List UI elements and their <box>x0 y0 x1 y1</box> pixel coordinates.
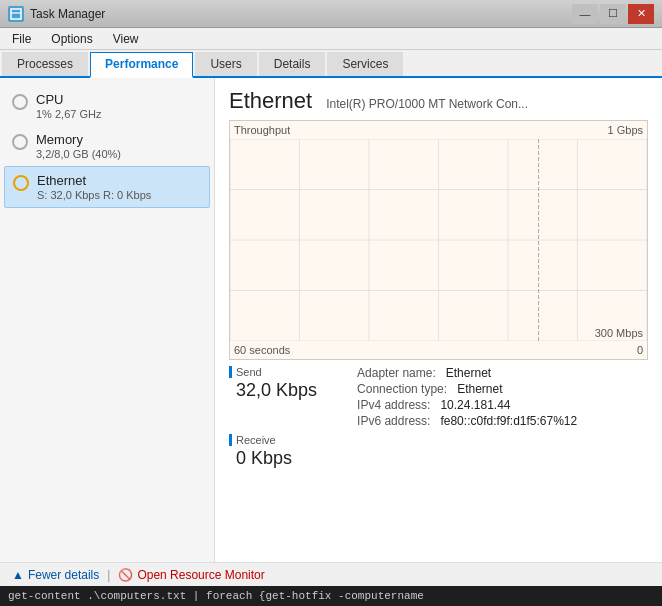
open-monitor-label: Open Resource Monitor <box>137 568 264 582</box>
main-content: CPU 1% 2,67 GHz Memory 3,2/8,0 GB (40%) … <box>0 78 662 562</box>
sidebar-item-ethernet[interactable]: Ethernet S: 32,0 Kbps R: 0 Kbps <box>4 166 210 208</box>
receive-label: Receive <box>229 434 648 446</box>
fewer-details-label: Fewer details <box>28 568 99 582</box>
monitor-icon: 🚫 <box>118 568 133 582</box>
chart-gbps-label: 1 Gbps <box>608 124 643 136</box>
title-bar-left: Task Manager <box>8 6 105 22</box>
ethernet-circle-icon <box>13 175 29 191</box>
chevron-up-icon: ▲ <box>12 568 24 582</box>
info-connection-row: Connection type: Ethernet <box>357 382 577 396</box>
menu-file[interactable]: File <box>4 30 39 48</box>
cpu-circle-icon <box>12 94 28 110</box>
connection-type-value: Ethernet <box>457 382 502 396</box>
info-section: Adapter name: Ethernet Connection type: … <box>357 366 577 428</box>
stats-row: Send 32,0 Kbps Adapter name: Ethernet Co… <box>229 366 648 428</box>
adapter-name-label: Adapter name: <box>357 366 436 380</box>
cpu-stats: 1% 2,67 GHz <box>36 108 101 120</box>
receive-stat: Receive 0 Kbps <box>229 434 648 469</box>
svg-rect-0 <box>11 9 21 19</box>
ethernet-label: Ethernet <box>37 173 151 188</box>
fewer-details-button[interactable]: ▲ Fewer details <box>12 568 99 582</box>
memory-stats: 3,2/8,0 GB (40%) <box>36 148 121 160</box>
tab-performance[interactable]: Performance <box>90 52 193 78</box>
tab-processes[interactable]: Processes <box>2 52 88 76</box>
send-label: Send <box>229 366 317 378</box>
open-resource-monitor-button[interactable]: 🚫 Open Resource Monitor <box>118 568 264 582</box>
sidebar-item-cpu[interactable]: CPU 1% 2,67 GHz <box>4 86 210 126</box>
menu-bar: File Options View <box>0 28 662 50</box>
chart-zero-label: 0 <box>637 344 643 356</box>
memory-circle-icon <box>12 134 28 150</box>
minimize-button[interactable]: — <box>572 4 598 24</box>
close-button[interactable]: ✕ <box>628 4 654 24</box>
ipv6-value: fe80::c0fd:f9f:d1f5:67%12 <box>440 414 577 428</box>
title-bar: Task Manager — ☐ ✕ <box>0 0 662 28</box>
tab-users[interactable]: Users <box>195 52 256 76</box>
ipv4-value: 10.24.181.44 <box>440 398 510 412</box>
chart-grid <box>230 139 647 341</box>
tab-details[interactable]: Details <box>259 52 326 76</box>
content-panel: Ethernet Intel(R) PRO/1000 MT Network Co… <box>215 78 662 562</box>
bottom-bar: ▲ Fewer details | 🚫 Open Resource Monito… <box>0 562 662 586</box>
ethernet-stats: S: 32,0 Kbps R: 0 Kbps <box>37 189 151 201</box>
send-value: 32,0 Kbps <box>229 380 317 401</box>
menu-options[interactable]: Options <box>43 30 100 48</box>
tab-services[interactable]: Services <box>327 52 403 76</box>
window-title: Task Manager <box>30 7 105 21</box>
chart-throughput-label: Throughput <box>234 124 290 136</box>
send-stat: Send 32,0 Kbps <box>229 366 317 428</box>
terminal-text: get-content .\computers.txt | foreach {g… <box>8 590 424 602</box>
throughput-chart: Throughput 1 Gbps 300 Mbps 60 seconds 0 <box>229 120 648 360</box>
separator: | <box>107 568 110 582</box>
info-ipv6-row: IPv6 address: fe80::c0fd:f9f:d1f5:67%12 <box>357 414 577 428</box>
chart-seconds-label: 60 seconds <box>234 344 290 356</box>
menu-view[interactable]: View <box>105 30 147 48</box>
connection-type-label: Connection type: <box>357 382 447 396</box>
ipv6-label: IPv6 address: <box>357 414 430 428</box>
cpu-label: CPU <box>36 92 101 107</box>
adapter-name-value: Ethernet <box>446 366 491 380</box>
sidebar: CPU 1% 2,67 GHz Memory 3,2/8,0 GB (40%) … <box>0 78 215 562</box>
terminal-bar: get-content .\computers.txt | foreach {g… <box>0 586 662 606</box>
window-controls: — ☐ ✕ <box>572 4 654 24</box>
adapter-description: Intel(R) PRO/1000 MT Network Con... <box>326 97 528 111</box>
content-header: Ethernet Intel(R) PRO/1000 MT Network Co… <box>229 88 648 114</box>
info-adapter-row: Adapter name: Ethernet <box>357 366 577 380</box>
tabs-bar: Processes Performance Users Details Serv… <box>0 50 662 78</box>
maximize-button[interactable]: ☐ <box>600 4 626 24</box>
app-icon <box>8 6 24 22</box>
page-title: Ethernet <box>229 88 312 114</box>
receive-value: 0 Kbps <box>229 448 648 469</box>
ipv4-label: IPv4 address: <box>357 398 430 412</box>
memory-label: Memory <box>36 132 121 147</box>
info-ipv4-row: IPv4 address: 10.24.181.44 <box>357 398 577 412</box>
sidebar-item-memory[interactable]: Memory 3,2/8,0 GB (40%) <box>4 126 210 166</box>
